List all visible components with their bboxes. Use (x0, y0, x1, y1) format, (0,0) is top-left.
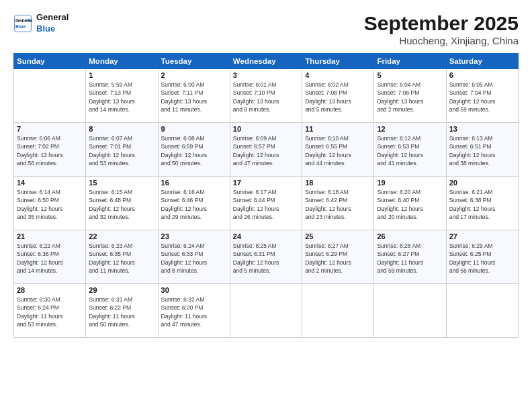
calendar-cell: 13Sunrise: 6:13 AM Sunset: 6:51 PM Dayli… (446, 123, 518, 177)
calendar-header-friday: Friday (374, 54, 446, 69)
day-number: 25 (305, 232, 371, 240)
calendar-cell: 27Sunrise: 6:29 AM Sunset: 6:25 PM Dayli… (446, 230, 518, 284)
day-number: 20 (449, 179, 515, 187)
calendar-cell: 5Sunrise: 6:04 AM Sunset: 7:06 PM Daylig… (374, 69, 446, 123)
day-number: 15 (89, 179, 154, 187)
day-number: 28 (17, 286, 83, 294)
day-info: Sunrise: 6:06 AM Sunset: 7:02 PM Dayligh… (17, 134, 83, 167)
calendar-cell: 28Sunrise: 6:30 AM Sunset: 6:24 PM Dayli… (14, 284, 86, 338)
day-number: 10 (233, 125, 299, 133)
logo-line1: General (36, 12, 69, 24)
day-info: Sunrise: 6:21 AM Sunset: 6:38 PM Dayligh… (449, 188, 515, 221)
day-info: Sunrise: 6:28 AM Sunset: 6:27 PM Dayligh… (377, 242, 443, 275)
day-number: 17 (233, 179, 299, 187)
calendar-cell: 7Sunrise: 6:06 AM Sunset: 7:02 PM Daylig… (14, 123, 86, 177)
calendar-cell: 30Sunrise: 6:32 AM Sunset: 6:20 PM Dayli… (158, 284, 230, 338)
day-info: Sunrise: 5:59 AM Sunset: 7:13 PM Dayligh… (89, 81, 154, 113)
calendar-cell (374, 284, 446, 338)
title-block: September 2025 Huocheng, Xinjiang, China (364, 12, 519, 46)
day-number: 1 (89, 71, 154, 79)
calendar-cell: 29Sunrise: 6:31 AM Sunset: 6:22 PM Dayli… (86, 284, 158, 338)
calendar-cell (302, 284, 374, 338)
day-info: Sunrise: 6:12 AM Sunset: 6:53 PM Dayligh… (377, 134, 443, 167)
day-number: 3 (233, 71, 299, 79)
calendar: SundayMondayTuesdayWednesdayThursdayFrid… (13, 53, 519, 338)
calendar-cell: 24Sunrise: 6:25 AM Sunset: 6:31 PM Dayli… (230, 230, 302, 284)
logo-icon: General Blue (13, 14, 32, 33)
calendar-cell: 8Sunrise: 6:07 AM Sunset: 7:01 PM Daylig… (86, 123, 158, 177)
day-info: Sunrise: 6:20 AM Sunset: 6:40 PM Dayligh… (377, 188, 443, 221)
calendar-cell: 23Sunrise: 6:24 AM Sunset: 6:33 PM Dayli… (158, 230, 230, 284)
day-info: Sunrise: 6:01 AM Sunset: 7:10 PM Dayligh… (233, 81, 299, 113)
day-info: Sunrise: 6:24 AM Sunset: 6:33 PM Dayligh… (161, 242, 227, 275)
page-header: General Blue General Blue September 2025… (13, 12, 519, 46)
day-number: 6 (449, 71, 515, 79)
calendar-cell: 12Sunrise: 6:12 AM Sunset: 6:53 PM Dayli… (374, 123, 446, 177)
day-number: 2 (161, 71, 227, 79)
day-number: 14 (17, 179, 83, 187)
day-number: 16 (161, 179, 227, 187)
day-info: Sunrise: 6:30 AM Sunset: 6:24 PM Dayligh… (17, 295, 83, 328)
calendar-cell: 20Sunrise: 6:21 AM Sunset: 6:38 PM Dayli… (446, 177, 518, 230)
calendar-cell: 17Sunrise: 6:17 AM Sunset: 6:44 PM Dayli… (230, 177, 302, 230)
calendar-week-row: 28Sunrise: 6:30 AM Sunset: 6:24 PM Dayli… (14, 284, 519, 338)
day-number: 4 (305, 71, 371, 79)
day-info: Sunrise: 6:23 AM Sunset: 6:35 PM Dayligh… (89, 242, 154, 275)
day-info: Sunrise: 6:31 AM Sunset: 6:22 PM Dayligh… (89, 295, 154, 328)
location: Huocheng, Xinjiang, China (364, 35, 519, 46)
day-number: 27 (449, 232, 515, 240)
calendar-header-monday: Monday (86, 54, 158, 69)
calendar-cell (446, 284, 518, 338)
calendar-cell: 2Sunrise: 6:00 AM Sunset: 7:11 PM Daylig… (158, 69, 230, 123)
calendar-cell: 21Sunrise: 6:22 AM Sunset: 6:36 PM Dayli… (14, 230, 86, 284)
day-info: Sunrise: 6:32 AM Sunset: 6:20 PM Dayligh… (161, 295, 227, 328)
day-number: 22 (89, 232, 154, 240)
calendar-header-wednesday: Wednesday (230, 54, 302, 69)
calendar-cell: 1Sunrise: 5:59 AM Sunset: 7:13 PM Daylig… (86, 69, 158, 123)
calendar-cell (14, 69, 86, 123)
day-number: 18 (305, 179, 371, 187)
logo-line2: Blue (36, 24, 69, 35)
day-number: 23 (161, 232, 227, 240)
day-info: Sunrise: 6:07 AM Sunset: 7:01 PM Dayligh… (89, 134, 154, 167)
calendar-cell: 26Sunrise: 6:28 AM Sunset: 6:27 PM Dayli… (374, 230, 446, 284)
calendar-header-tuesday: Tuesday (158, 54, 230, 69)
calendar-week-row: 7Sunrise: 6:06 AM Sunset: 7:02 PM Daylig… (14, 123, 519, 177)
calendar-cell: 18Sunrise: 6:18 AM Sunset: 6:42 PM Dayli… (302, 177, 374, 230)
logo: General Blue General Blue (13, 12, 69, 35)
day-number: 26 (377, 232, 443, 240)
calendar-cell: 11Sunrise: 6:10 AM Sunset: 6:55 PM Dayli… (302, 123, 374, 177)
day-number: 8 (89, 125, 154, 133)
day-number: 7 (17, 125, 83, 133)
day-info: Sunrise: 6:02 AM Sunset: 7:08 PM Dayligh… (305, 81, 371, 113)
day-info: Sunrise: 6:10 AM Sunset: 6:55 PM Dayligh… (305, 134, 371, 167)
day-info: Sunrise: 6:17 AM Sunset: 6:44 PM Dayligh… (233, 188, 299, 221)
calendar-cell: 16Sunrise: 6:16 AM Sunset: 6:46 PM Dayli… (158, 177, 230, 230)
calendar-cell: 14Sunrise: 6:14 AM Sunset: 6:50 PM Dayli… (14, 177, 86, 230)
svg-rect-0 (15, 15, 32, 32)
calendar-week-row: 21Sunrise: 6:22 AM Sunset: 6:36 PM Dayli… (14, 230, 519, 284)
calendar-cell: 3Sunrise: 6:01 AM Sunset: 7:10 PM Daylig… (230, 69, 302, 123)
day-number: 9 (161, 125, 227, 133)
svg-text:Blue: Blue (15, 24, 26, 29)
calendar-week-row: 14Sunrise: 6:14 AM Sunset: 6:50 PM Dayli… (14, 177, 519, 230)
day-info: Sunrise: 6:18 AM Sunset: 6:42 PM Dayligh… (305, 188, 371, 221)
calendar-cell: 4Sunrise: 6:02 AM Sunset: 7:08 PM Daylig… (302, 69, 374, 123)
calendar-cell (230, 284, 302, 338)
day-info: Sunrise: 6:05 AM Sunset: 7:04 PM Dayligh… (449, 81, 515, 113)
day-info: Sunrise: 6:15 AM Sunset: 6:48 PM Dayligh… (89, 188, 154, 221)
day-info: Sunrise: 6:09 AM Sunset: 6:57 PM Dayligh… (233, 134, 299, 167)
day-info: Sunrise: 6:13 AM Sunset: 6:51 PM Dayligh… (449, 134, 515, 167)
day-info: Sunrise: 6:04 AM Sunset: 7:06 PM Dayligh… (377, 81, 443, 113)
calendar-header-row: SundayMondayTuesdayWednesdayThursdayFrid… (14, 54, 519, 69)
day-info: Sunrise: 6:08 AM Sunset: 6:59 PM Dayligh… (161, 134, 227, 167)
day-number: 5 (377, 71, 443, 79)
day-number: 13 (449, 125, 515, 133)
day-number: 19 (377, 179, 443, 187)
calendar-header-thursday: Thursday (302, 54, 374, 69)
day-info: Sunrise: 6:27 AM Sunset: 6:29 PM Dayligh… (305, 242, 371, 275)
calendar-week-row: 1Sunrise: 5:59 AM Sunset: 7:13 PM Daylig… (14, 69, 519, 123)
calendar-cell: 19Sunrise: 6:20 AM Sunset: 6:40 PM Dayli… (374, 177, 446, 230)
calendar-cell: 10Sunrise: 6:09 AM Sunset: 6:57 PM Dayli… (230, 123, 302, 177)
day-number: 11 (305, 125, 371, 133)
